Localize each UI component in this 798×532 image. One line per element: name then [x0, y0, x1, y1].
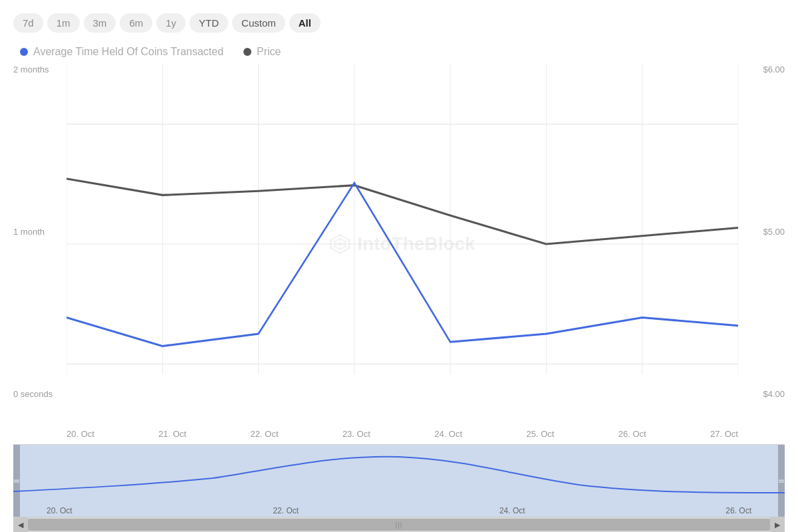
y-axis-left: 2 months1 month0 seconds [13, 65, 66, 399]
chart-legend: Average Time Held Of Coins TransactedPri… [20, 46, 785, 58]
mini-x-label-2: 24. Oct [499, 506, 525, 515]
time-btn-all[interactable]: All [289, 13, 321, 33]
scroll-left-arrow[interactable]: ◀ [13, 517, 28, 532]
main-container: 7d1m3m6m1yYTDCustomAll Average Time Held… [0, 0, 798, 532]
mini-svg [13, 445, 785, 505]
scroll-right-arrow[interactable]: ▶ [770, 517, 785, 532]
time-btn-1m[interactable]: 1m [47, 13, 80, 33]
time-btn-ytd[interactable]: YTD [190, 13, 228, 33]
x-label-4: 24. Oct [434, 429, 462, 439]
x-label-2: 22. Oct [251, 429, 279, 439]
main-chart: IntoTheBlock [66, 65, 738, 424]
y-left-label-1: 1 month [13, 227, 66, 237]
scroll-grip-icon: ||| [396, 521, 403, 529]
x-label-0: 20. Oct [66, 429, 94, 439]
legend-item-price: Price [243, 46, 281, 58]
time-btn-custom[interactable]: Custom [232, 13, 285, 33]
y-right-label-0: $6.00 [763, 65, 785, 74]
y-right-label-2: $4.00 [763, 389, 785, 399]
legend-label-avg-time: Average Time Held Of Coins Transacted [33, 46, 223, 58]
time-btn-1y[interactable]: 1y [156, 13, 186, 33]
y-right-label-1: $5.00 [763, 227, 785, 237]
chart-wrapper: 2 months1 month0 seconds $6.00$5.00$4.00… [13, 65, 785, 439]
legend-item-avg-time: Average Time Held Of Coins Transacted [20, 46, 223, 58]
time-btn-6m[interactable]: 6m [120, 13, 152, 33]
mini-chart-container: II II 20. Oct22. Oct24. Oct26. Oct [13, 444, 785, 517]
scrollbar[interactable]: ◀ ||| ▶ [13, 517, 785, 532]
time-btn-7d[interactable]: 7d [13, 13, 43, 33]
scroll-thumb[interactable]: ||| [28, 519, 770, 531]
mini-x-label-3: 26. Oct [726, 506, 751, 515]
legend-label-price: Price [257, 46, 281, 58]
x-label-6: 26. Oct [618, 429, 646, 439]
mini-x-label-1: 22. Oct [273, 506, 299, 515]
x-label-1: 21. Oct [158, 429, 186, 439]
mini-x-axis: 20. Oct22. Oct24. Oct26. Oct [13, 506, 785, 515]
x-label-5: 25. Oct [526, 429, 554, 439]
time-btn-3m[interactable]: 3m [84, 13, 116, 33]
mini-curve [13, 457, 785, 493]
x-label-3: 23. Oct [342, 429, 370, 439]
mini-x-label-0: 20. Oct [47, 506, 72, 515]
legend-dot-avg-time [20, 48, 28, 56]
x-axis: 20. Oct21. Oct22. Oct23. Oct24. Oct25. O… [66, 424, 738, 439]
x-label-7: 27. Oct [710, 429, 738, 439]
y-axis-right: $6.00$5.00$4.00 [738, 65, 785, 399]
y-left-label-0: 2 months [13, 65, 66, 74]
chart-svg-container: IntoTheBlock [66, 65, 738, 424]
legend-dot-price [243, 48, 251, 56]
avg-time-line [66, 183, 738, 346]
main-svg [66, 65, 738, 424]
time-filter-bar: 7d1m3m6m1yYTDCustomAll [13, 13, 785, 33]
scroll-track[interactable]: ||| [28, 517, 770, 532]
y-left-label-2: 0 seconds [13, 389, 66, 399]
price-line [66, 179, 738, 244]
